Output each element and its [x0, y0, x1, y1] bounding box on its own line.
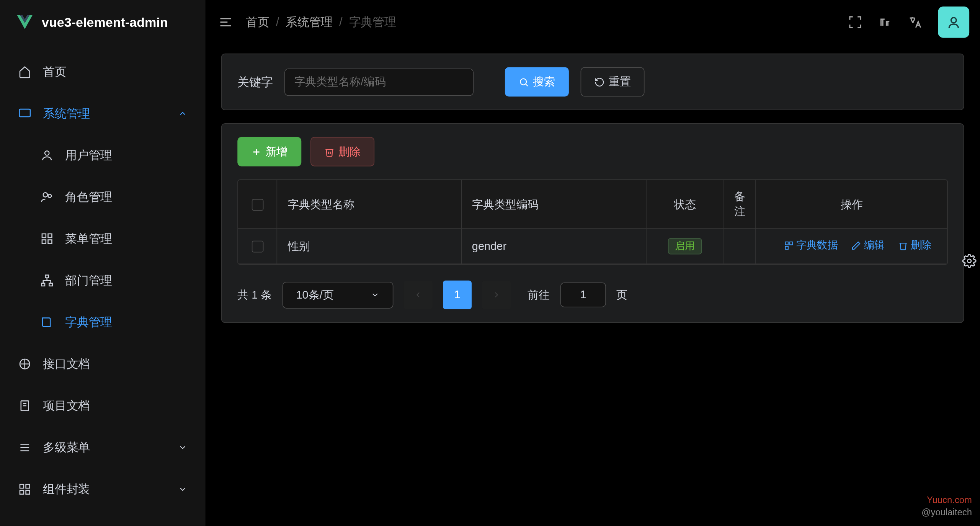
search-card: 关键字 搜索 重置: [221, 54, 964, 110]
sidebar-item-role[interactable]: 角色管理: [0, 176, 206, 218]
action-dict-data[interactable]: 字典数据: [784, 239, 838, 253]
main: 首页 / 系统管理 / 字典管理 关键字: [206, 0, 980, 526]
sidebar-menu: 首页 系统管理 用户管理 角色管理 菜单管理 部门管理: [0, 44, 206, 526]
svg-rect-8: [45, 275, 49, 278]
watermark: Yuucn.com @youlaitech: [921, 494, 972, 519]
sidebar-item-home[interactable]: 首页: [0, 51, 206, 93]
fullscreen-icon[interactable]: [848, 15, 862, 29]
search-button[interactable]: 搜索: [505, 67, 569, 97]
settings-drawer-toggle[interactable]: [959, 248, 980, 274]
book-icon: [41, 316, 54, 329]
avatar-icon: [946, 14, 962, 30]
font-size-icon[interactable]: [878, 15, 892, 29]
svg-rect-4: [42, 234, 46, 238]
action-label: 删除: [911, 239, 932, 253]
doc-icon: [18, 399, 31, 412]
reset-button[interactable]: 重置: [581, 67, 645, 97]
home-icon: [18, 65, 31, 78]
sidebar-item-api-doc[interactable]: 接口文档: [0, 343, 206, 385]
breadcrumb-home[interactable]: 首页: [246, 14, 269, 30]
language-icon[interactable]: [908, 15, 922, 29]
sidebar-item-user[interactable]: 用户管理: [0, 134, 206, 176]
keyword-label: 关键字: [237, 74, 273, 90]
th-code: 字典类型编码: [461, 180, 646, 229]
action-edit[interactable]: 编辑: [851, 239, 885, 253]
table: 字典类型名称 字典类型编码 状态 备注 操作 性别 gende: [237, 180, 948, 265]
monitor-icon: [18, 107, 31, 120]
chevron-up-icon: [178, 109, 187, 118]
svg-rect-10: [49, 283, 52, 286]
button-label: 新增: [266, 144, 288, 159]
svg-rect-7: [48, 240, 52, 244]
chevron-right-icon: [492, 290, 501, 299]
gear-icon: [962, 254, 976, 268]
page-jump-input[interactable]: [560, 283, 606, 307]
collection-icon: [784, 241, 794, 251]
api-icon: [18, 358, 31, 371]
svg-point-33: [967, 259, 971, 263]
page-size-select[interactable]: 10条/页: [283, 281, 394, 308]
sidebar-item-dict[interactable]: 字典管理: [0, 301, 206, 343]
sidebar-item-dept[interactable]: 部门管理: [0, 260, 206, 301]
sidebar-item-label: 多级菜单: [43, 439, 90, 455]
action-delete[interactable]: 删除: [898, 239, 931, 253]
search-icon: [519, 77, 529, 87]
svg-line-27: [526, 84, 528, 86]
svg-rect-18: [20, 484, 24, 488]
svg-rect-5: [48, 234, 52, 238]
sidebar-logo[interactable]: vue3-element-admin: [0, 0, 206, 44]
sidebar-item-system[interactable]: 系统管理: [0, 93, 206, 134]
sidebar: vue3-element-admin 首页 系统管理 用户管理 角色管理: [0, 0, 206, 526]
button-label: 删除: [338, 144, 361, 159]
watermark-line2: @youlaitech: [921, 506, 972, 519]
trash-icon: [324, 147, 335, 157]
sidebar-item-label: 部门管理: [65, 273, 112, 288]
watermark-line1: Yuucn.com: [921, 494, 972, 506]
avatar[interactable]: [938, 7, 969, 38]
th-remark: 备注: [724, 180, 756, 229]
total-text: 共 1 条: [237, 288, 272, 302]
select-all-checkbox[interactable]: [252, 199, 263, 211]
svg-rect-20: [20, 490, 24, 494]
app-title: vue3-element-admin: [42, 15, 168, 29]
jump-suffix: 页: [616, 288, 627, 302]
collapse-sidebar-icon[interactable]: [219, 15, 233, 29]
next-page-button[interactable]: [482, 281, 511, 309]
sidebar-item-label: 菜单管理: [65, 231, 112, 247]
svg-rect-19: [26, 484, 30, 488]
sidebar-item-label: 项目文档: [43, 398, 90, 413]
sidebar-item-components[interactable]: 组件封装: [0, 468, 206, 510]
refresh-icon: [594, 77, 604, 87]
svg-point-2: [43, 193, 47, 197]
sidebar-item-nested[interactable]: 多级菜单: [0, 426, 206, 468]
sidebar-item-project-doc[interactable]: 项目文档: [0, 385, 206, 426]
topbar: 首页 / 系统管理 / 字典管理: [206, 0, 980, 44]
jump-prefix: 前往: [528, 288, 550, 302]
sidebar-item-label: 首页: [43, 64, 66, 80]
prev-page-button[interactable]: [404, 281, 433, 309]
svg-rect-0: [20, 109, 30, 117]
page-number[interactable]: 1: [443, 281, 472, 309]
add-button[interactable]: 新增: [237, 137, 301, 167]
action-label: 字典数据: [796, 239, 838, 253]
button-label: 搜索: [533, 74, 555, 89]
breadcrumb-p1[interactable]: 系统管理: [286, 14, 333, 30]
table-card: 新增 删除 字典类型名称 字典类型编码: [221, 123, 964, 323]
role-icon: [41, 191, 54, 204]
row-checkbox[interactable]: [252, 241, 263, 253]
delete-button[interactable]: 删除: [310, 137, 374, 167]
pagination: 共 1 条 10条/页 1 前往 页: [237, 281, 948, 309]
breadcrumb: 首页 / 系统管理 / 字典管理: [246, 14, 396, 30]
sidebar-item-menu[interactable]: 菜单管理: [0, 218, 206, 260]
chevron-left-icon: [413, 290, 423, 299]
svg-rect-9: [41, 283, 45, 286]
user-icon: [41, 149, 54, 162]
breadcrumb-sep: /: [276, 15, 279, 29]
sidebar-item-label: 字典管理: [65, 314, 112, 330]
keyword-input[interactable]: [284, 68, 474, 96]
list-icon: [18, 441, 31, 454]
sidebar-item-label: 用户管理: [65, 147, 112, 163]
svg-rect-21: [26, 490, 30, 494]
page-size-label: 10条/页: [296, 288, 333, 302]
plus-icon: [251, 147, 261, 157]
